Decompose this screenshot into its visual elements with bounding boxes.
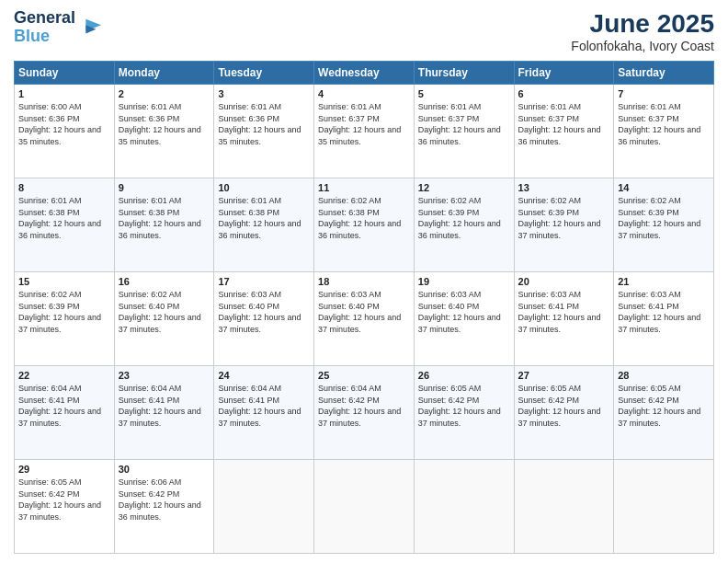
day-number: 19 [418, 276, 510, 287]
day-number: 9 [119, 182, 210, 193]
day-info: Sunrise: 6:01 AMSunset: 6:38 PMDaylight:… [119, 195, 210, 241]
col-thursday: Thursday [414, 62, 514, 85]
day-number: 13 [518, 182, 610, 193]
day-info: Sunrise: 6:04 AMSunset: 6:41 PMDaylight:… [218, 383, 310, 429]
day-info: Sunrise: 6:02 AMSunset: 6:38 PMDaylight:… [318, 195, 410, 241]
day-number: 17 [218, 276, 310, 287]
day-info: Sunrise: 6:01 AMSunset: 6:37 PMDaylight:… [418, 101, 510, 147]
day-info: Sunrise: 6:05 AMSunset: 6:42 PMDaylight:… [618, 383, 710, 429]
subtitle: Folonfokaha, Ivory Coast [571, 39, 714, 53]
calendar-row: 15Sunrise: 6:02 AMSunset: 6:39 PMDayligh… [15, 272, 714, 366]
calendar-cell [314, 460, 415, 554]
day-info: Sunrise: 6:02 AMSunset: 6:39 PMDaylight:… [618, 195, 710, 241]
header-row: Sunday Monday Tuesday Wednesday Thursday… [15, 62, 714, 85]
title-block: June 2025 Folonfokaha, Ivory Coast [571, 9, 714, 53]
calendar-cell: 14Sunrise: 6:02 AMSunset: 6:39 PMDayligh… [614, 178, 714, 272]
col-wednesday: Wednesday [314, 62, 415, 85]
calendar-cell: 11Sunrise: 6:02 AMSunset: 6:38 PMDayligh… [314, 178, 415, 272]
calendar-cell: 8Sunrise: 6:01 AMSunset: 6:38 PMDaylight… [15, 178, 115, 272]
calendar-cell: 13Sunrise: 6:02 AMSunset: 6:39 PMDayligh… [514, 178, 614, 272]
day-number: 7 [618, 88, 710, 99]
logo-text: GeneralBlue [14, 9, 75, 46]
calendar-cell: 23Sunrise: 6:04 AMSunset: 6:41 PMDayligh… [114, 366, 214, 460]
day-info: Sunrise: 6:05 AMSunset: 6:42 PMDaylight:… [18, 477, 110, 523]
day-number: 3 [218, 88, 310, 99]
day-number: 24 [218, 370, 310, 381]
day-number: 22 [18, 370, 110, 381]
calendar-cell: 20Sunrise: 6:03 AMSunset: 6:41 PMDayligh… [514, 272, 614, 366]
calendar-cell: 29Sunrise: 6:05 AMSunset: 6:42 PMDayligh… [15, 460, 115, 554]
day-number: 20 [518, 276, 610, 287]
day-info: Sunrise: 6:03 AMSunset: 6:40 PMDaylight:… [218, 289, 310, 335]
day-info: Sunrise: 6:03 AMSunset: 6:40 PMDaylight:… [318, 289, 410, 335]
calendar-row: 29Sunrise: 6:05 AMSunset: 6:42 PMDayligh… [15, 460, 714, 554]
calendar-cell: 6Sunrise: 6:01 AMSunset: 6:37 PMDaylight… [514, 85, 614, 178]
day-info: Sunrise: 6:01 AMSunset: 6:36 PMDaylight:… [218, 101, 310, 147]
calendar-cell: 7Sunrise: 6:01 AMSunset: 6:37 PMDaylight… [614, 85, 714, 178]
day-number: 16 [119, 276, 210, 287]
day-info: Sunrise: 6:05 AMSunset: 6:42 PMDaylight:… [418, 383, 510, 429]
calendar-cell: 18Sunrise: 6:03 AMSunset: 6:40 PMDayligh… [314, 272, 415, 366]
day-info: Sunrise: 6:01 AMSunset: 6:37 PMDaylight:… [518, 101, 610, 147]
logo-icon [77, 15, 103, 40]
day-info: Sunrise: 6:04 AMSunset: 6:41 PMDaylight:… [119, 383, 210, 429]
col-sunday: Sunday [15, 62, 115, 85]
day-number: 26 [418, 370, 510, 381]
calendar-cell [214, 460, 314, 554]
day-info: Sunrise: 6:03 AMSunset: 6:40 PMDaylight:… [418, 289, 510, 335]
calendar-cell: 16Sunrise: 6:02 AMSunset: 6:40 PMDayligh… [114, 272, 214, 366]
day-info: Sunrise: 6:00 AMSunset: 6:36 PMDaylight:… [18, 101, 110, 147]
day-info: Sunrise: 6:02 AMSunset: 6:39 PMDaylight:… [18, 289, 110, 335]
calendar-cell: 27Sunrise: 6:05 AMSunset: 6:42 PMDayligh… [514, 366, 614, 460]
calendar-cell: 30Sunrise: 6:06 AMSunset: 6:42 PMDayligh… [114, 460, 214, 554]
calendar-cell: 25Sunrise: 6:04 AMSunset: 6:42 PMDayligh… [314, 366, 415, 460]
calendar-cell: 17Sunrise: 6:03 AMSunset: 6:40 PMDayligh… [214, 272, 314, 366]
day-number: 27 [518, 370, 610, 381]
logo: GeneralBlue [14, 9, 103, 46]
day-number: 8 [18, 182, 110, 193]
calendar-cell: 19Sunrise: 6:03 AMSunset: 6:40 PMDayligh… [414, 272, 514, 366]
calendar-cell: 1Sunrise: 6:00 AMSunset: 6:36 PMDaylight… [15, 85, 115, 178]
day-info: Sunrise: 6:02 AMSunset: 6:40 PMDaylight:… [119, 289, 210, 335]
day-info: Sunrise: 6:01 AMSunset: 6:37 PMDaylight:… [318, 101, 410, 147]
day-number: 2 [119, 88, 210, 99]
calendar-cell [614, 460, 714, 554]
calendar-cell: 22Sunrise: 6:04 AMSunset: 6:41 PMDayligh… [15, 366, 115, 460]
day-info: Sunrise: 6:01 AMSunset: 6:38 PMDaylight:… [18, 195, 110, 241]
calendar-cell: 28Sunrise: 6:05 AMSunset: 6:42 PMDayligh… [614, 366, 714, 460]
col-saturday: Saturday [614, 62, 714, 85]
calendar-cell [414, 460, 514, 554]
day-info: Sunrise: 6:01 AMSunset: 6:38 PMDaylight:… [218, 195, 310, 241]
calendar-cell: 4Sunrise: 6:01 AMSunset: 6:37 PMDaylight… [314, 85, 415, 178]
day-number: 14 [618, 182, 710, 193]
calendar-cell: 2Sunrise: 6:01 AMSunset: 6:36 PMDaylight… [114, 85, 214, 178]
day-info: Sunrise: 6:06 AMSunset: 6:42 PMDaylight:… [119, 477, 210, 523]
day-number: 15 [18, 276, 110, 287]
day-number: 21 [618, 276, 710, 287]
day-number: 4 [318, 88, 410, 99]
col-tuesday: Tuesday [214, 62, 314, 85]
page: GeneralBlue June 2025 Folonfokaha, Ivory… [0, 0, 728, 563]
day-info: Sunrise: 6:04 AMSunset: 6:41 PMDaylight:… [18, 383, 110, 429]
day-info: Sunrise: 6:02 AMSunset: 6:39 PMDaylight:… [518, 195, 610, 241]
logo-blue: Blue [14, 27, 50, 45]
calendar-cell: 15Sunrise: 6:02 AMSunset: 6:39 PMDayligh… [15, 272, 115, 366]
day-number: 11 [318, 182, 410, 193]
day-info: Sunrise: 6:03 AMSunset: 6:41 PMDaylight:… [518, 289, 610, 335]
day-number: 29 [18, 464, 110, 475]
header: GeneralBlue June 2025 Folonfokaha, Ivory… [14, 9, 714, 53]
day-number: 10 [218, 182, 310, 193]
calendar-cell: 3Sunrise: 6:01 AMSunset: 6:36 PMDaylight… [214, 85, 314, 178]
calendar-header: Sunday Monday Tuesday Wednesday Thursday… [15, 62, 714, 85]
calendar-table: Sunday Monday Tuesday Wednesday Thursday… [14, 61, 714, 554]
calendar-row: 1Sunrise: 6:00 AMSunset: 6:36 PMDaylight… [15, 85, 714, 178]
day-number: 23 [119, 370, 210, 381]
day-info: Sunrise: 6:02 AMSunset: 6:39 PMDaylight:… [418, 195, 510, 241]
day-number: 18 [318, 276, 410, 287]
calendar-cell [514, 460, 614, 554]
day-number: 12 [418, 182, 510, 193]
calendar-body: 1Sunrise: 6:00 AMSunset: 6:36 PMDaylight… [15, 85, 714, 554]
day-number: 25 [318, 370, 410, 381]
calendar-cell: 5Sunrise: 6:01 AMSunset: 6:37 PMDaylight… [414, 85, 514, 178]
col-monday: Monday [114, 62, 214, 85]
